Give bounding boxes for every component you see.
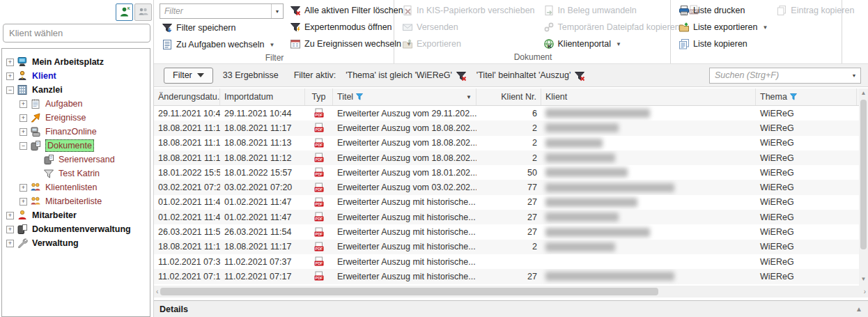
- klientenportal-button[interactable]: KKlientenportal▼: [541, 36, 682, 52]
- expand-expander-icon[interactable]: +: [6, 72, 14, 80]
- liste-kopieren-button[interactable]: Liste kopieren: [676, 36, 770, 52]
- table-row[interactable]: 26.03.2021 11:5426.03.2021 11:54PDFErwei…: [154, 224, 859, 239]
- table-row[interactable]: 18.08.2021 11:1218.08.2021 11:12PDFErwei…: [154, 150, 859, 165]
- column-header-thema[interactable]: Thema: [756, 88, 857, 105]
- button-label: Temporären Dateipfad kopieren: [558, 22, 680, 32]
- tree-item-klient[interactable]: +Klient: [2, 69, 150, 83]
- column-header-label: Titel: [337, 92, 353, 102]
- button-label: Zu Aufgaben wechseln: [176, 40, 264, 49]
- details-panel-header[interactable]: Details ▲: [154, 300, 868, 317]
- svg-text:PDF: PDF: [316, 202, 323, 206]
- table-row[interactable]: 11.02.2021 07:3711.02.2021 07:37PDFErwei…: [154, 254, 859, 269]
- client-select-input[interactable]: [3, 24, 150, 42]
- link-icon: [543, 22, 555, 33]
- filter-combobox[interactable]: Filter▼: [160, 3, 284, 19]
- cell-thema: WiEReG: [756, 254, 857, 269]
- table-row[interactable]: 18.08.2021 11:1718.08.2021 11:17PDFErwei…: [154, 121, 859, 135]
- tree-item-aufgaben[interactable]: +Aufgaben: [2, 97, 150, 111]
- tree-item-test-katrin[interactable]: Test Katrin: [2, 167, 150, 180]
- horizontal-scroll-thumb[interactable]: [160, 288, 658, 295]
- expand-expander-icon[interactable]: +: [20, 100, 27, 108]
- table-row[interactable]: 11.02.2021 07:1711.02.2021 07:17PDFErwei…: [154, 269, 859, 284]
- cell-klient-nr: 77: [476, 180, 541, 194]
- expand-expander-icon[interactable]: +: [20, 198, 27, 206]
- expand-expander-icon[interactable]: +: [20, 128, 27, 136]
- chevron-down-icon[interactable]: ▼: [271, 4, 283, 18]
- remove-filter-icon[interactable]: [456, 70, 467, 81]
- cell-klient-nr: 27: [476, 195, 541, 210]
- cell-importdatum: 29.11.2021 10:44: [220, 106, 305, 121]
- tree-item-mitarbeiter[interactable]: +Mitarbeiter: [2, 208, 150, 222]
- expand-expander-icon[interactable]: +: [6, 226, 14, 233]
- wrench-icon: [17, 238, 29, 249]
- cell-klient: [541, 210, 756, 224]
- client-group-mode-button[interactable]: [134, 3, 152, 21]
- cell-klient-nr: 2: [476, 150, 541, 165]
- table-row[interactable]: 18.08.2021 11:1318.08.2021 11:13PDFErwei…: [154, 136, 859, 150]
- tree-item-serienversand[interactable]: Serienversand: [2, 153, 150, 167]
- column-header-titel[interactable]: Titel▼: [333, 88, 476, 105]
- cell-klient: [541, 269, 756, 284]
- scroll-up-icon[interactable]: ▲: [861, 90, 867, 98]
- tree-item-verwaltung[interactable]: +Verwaltung: [2, 236, 150, 250]
- scroll-left-icon[interactable]: ‹: [156, 286, 158, 297]
- expand-expander-icon[interactable]: +: [6, 212, 14, 219]
- table-row[interactable]: 18.08.2021 11:1718.08.2021 11:17PDFErwei…: [154, 240, 859, 254]
- scroll-right-icon[interactable]: ›: [864, 286, 866, 297]
- redacted-client-name: [545, 183, 674, 192]
- tasks-icon: [162, 39, 173, 50]
- single-client-mode-button[interactable]: K: [116, 3, 133, 21]
- table-row[interactable]: 29.11.2021 10:4429.11.2021 10:44PDFErwei…: [154, 106, 859, 121]
- table-row[interactable]: 18.01.2022 15:5718.01.2022 15:57PDFErwei…: [154, 165, 859, 180]
- table-row[interactable]: 03.02.2021 07:2003.02.2021 07:20PDFErwei…: [154, 180, 859, 194]
- vertical-scroll-thumb[interactable]: [860, 100, 867, 249]
- table-row[interactable]: 01.02.2021 11:4701.02.2021 11:47PDFErwei…: [154, 195, 859, 210]
- expand-expander-icon[interactable]: +: [6, 59, 14, 66]
- horizontal-scrollbar[interactable]: ‹ ›: [154, 286, 868, 297]
- no-expander: [33, 156, 40, 164]
- tree-item-ereignisse[interactable]: +Ereignisse: [2, 111, 150, 125]
- scroll-down-icon[interactable]: ▼: [861, 276, 867, 284]
- column-header-klient-nr[interactable]: Klient Nr.: [476, 88, 541, 105]
- cell-klient: [541, 150, 756, 165]
- tree-item-klientenlisten[interactable]: +Klientenlisten: [2, 180, 150, 194]
- expand-expander-icon[interactable]: +: [20, 114, 27, 122]
- collapse-expander-icon[interactable]: −: [20, 142, 27, 150]
- filter-speichern-button[interactable]: Filter speichern: [160, 20, 284, 36]
- zu-aufgaben-wechseln-button[interactable]: Zu Aufgaben wechseln▼: [160, 36, 284, 53]
- documents-box-icon: [43, 154, 55, 165]
- remove-filter-icon[interactable]: [574, 70, 585, 81]
- column-header-importdatum[interactable]: Importdatum: [220, 88, 305, 105]
- expand-expander-icon[interactable]: +: [20, 184, 27, 192]
- tree-item-dokumentenverwaltung[interactable]: +Dokumentenverwaltung: [2, 222, 150, 236]
- tree-item-label: Mitarbeiter: [32, 210, 77, 220]
- tree-item-mitarbeiterliste[interactable]: +Mitarbeiterliste: [2, 194, 150, 208]
- tree-item-kanzlei[interactable]: −Kanzlei: [2, 83, 150, 97]
- tree-item-dokumente[interactable]: −Dokumente: [2, 139, 150, 153]
- collapse-up-icon[interactable]: ▲: [855, 305, 862, 313]
- vertical-scrollbar[interactable]: ▲ ▼: [859, 88, 868, 286]
- filter-chip-text: 'Thema' ist gleich 'WiEReG': [346, 70, 452, 80]
- liste-exportieren-button[interactable]: Liste exportieren▼: [676, 19, 770, 36]
- column-header-typ[interactable]: Typ: [305, 88, 333, 105]
- pdf-icon: PDF: [313, 153, 325, 163]
- table-row[interactable]: 01.02.2021 11:4701.02.2021 11:47PDFErwei…: [154, 210, 859, 224]
- column-header-änderungsdatu[interactable]: Änderungsdatu...: [154, 88, 220, 105]
- liste-drucken-button[interactable]: Liste drucken: [676, 2, 770, 19]
- tree-item-mein-arbeitsplatz[interactable]: +Mein Arbeitsplatz: [2, 55, 150, 69]
- cell-titel: Erweiterter Auszug vom 18.08.202...: [333, 150, 476, 165]
- column-filter-dropdown-icon[interactable]: ▼: [466, 94, 472, 100]
- cell-thema: WiEReG: [756, 224, 857, 239]
- expand-expander-icon[interactable]: +: [6, 240, 14, 247]
- cell-klient: [541, 165, 756, 180]
- cell-thema: WiEReG: [756, 269, 857, 284]
- collapse-expander-icon[interactable]: −: [6, 86, 14, 94]
- filter-menu-button[interactable]: Filter: [164, 68, 213, 84]
- cell-importdatum: 01.02.2021 11:47: [220, 210, 305, 224]
- search-input[interactable]: Suchen (Strg+F) ▼: [709, 68, 861, 84]
- cell-titel: Erweiterter Auszug mit historische...: [333, 195, 476, 210]
- cell-importdatum: 01.02.2021 11:47: [220, 195, 305, 210]
- tree-item-finanzonline[interactable]: +FinanzOnline: [2, 125, 150, 139]
- cell-änderungsdatu: 18.08.2021 11:17: [154, 240, 220, 254]
- column-header-klient[interactable]: Klient: [541, 88, 756, 105]
